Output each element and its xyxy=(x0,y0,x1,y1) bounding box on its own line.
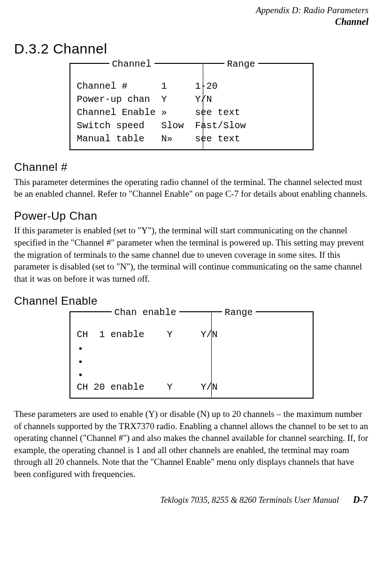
body-text: This parameter determines the operating … xyxy=(14,176,369,200)
page-footer: Teklogix 7035, 8255 & 8260 Terminals Use… xyxy=(14,493,369,506)
menu-row: Channel Enable » see text xyxy=(77,107,240,118)
menu-divider xyxy=(203,64,203,149)
ellipsis-dot: ● xyxy=(77,358,83,365)
ellipsis-dot: ● xyxy=(77,371,83,378)
chan-enable-menu: Chan enable Range CH 1 enable Y Y/N ● ● … xyxy=(69,311,314,399)
menu-row: Power-up chan Y Y/N xyxy=(77,94,212,105)
menu-legend-channel: Channel xyxy=(109,58,154,70)
sub-heading-chan-enable: Channel Enable xyxy=(14,293,369,308)
appendix-subtitle: Channel xyxy=(14,16,369,28)
ellipsis-dot: ● xyxy=(77,345,83,352)
menu-divider xyxy=(211,313,212,397)
body-text: These parameters are used to enable (Y) … xyxy=(14,408,369,480)
menu-row: CH 1 enable Y Y/N xyxy=(77,329,218,340)
appendix-title: Appendix D: Radio Parameters xyxy=(14,5,369,16)
manual-title: Teklogix 7035, 8255 & 8260 Terminals Use… xyxy=(160,494,339,506)
menu-legend-chan-enable: Chan enable xyxy=(112,306,179,319)
section-title: D.3.2 Channel xyxy=(14,39,369,59)
body-text: If this parameter is enabled (set to "Y"… xyxy=(14,224,369,285)
menu-row: Switch speed Slow Fast/Slow xyxy=(77,120,246,131)
channel-menu: Channel Range Channel # 1 1-20 Power-up … xyxy=(69,63,314,150)
menu-legend-range: Range xyxy=(222,306,256,319)
menu-legend-range: Range xyxy=(224,58,258,70)
menu-row: Channel # 1 1-20 xyxy=(77,81,218,92)
menu-row: CH 20 enable Y Y/N xyxy=(77,382,218,393)
menu-row: Manual table N» see text xyxy=(77,133,240,144)
page-number: D-7 xyxy=(353,493,368,506)
page-header: Appendix D: Radio Parameters Channel xyxy=(14,5,369,28)
sub-heading-channel-num: Channel # xyxy=(14,160,369,175)
sub-heading-powerup: Power-Up Chan xyxy=(14,208,369,223)
